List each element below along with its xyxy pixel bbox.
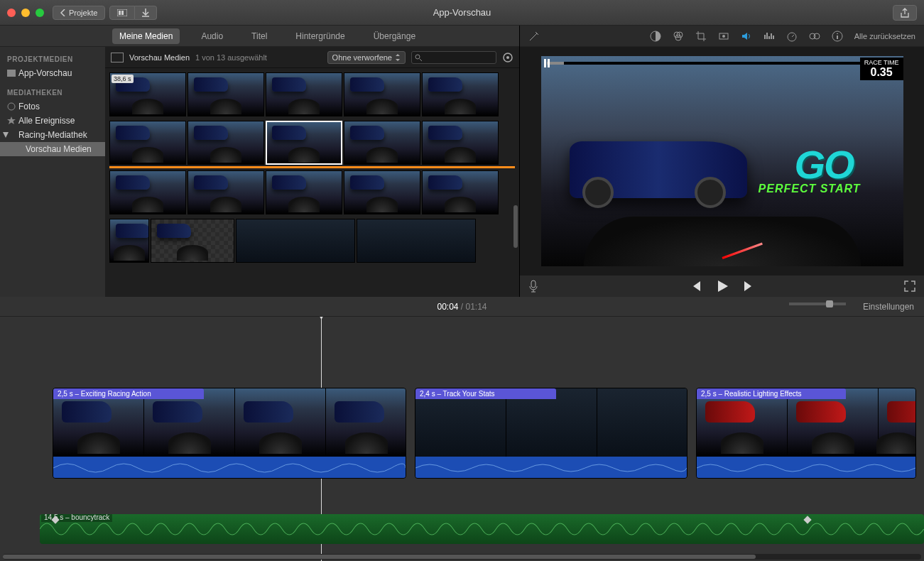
color-correction-icon[interactable] xyxy=(673,31,684,42)
sidebar-toggle-icon[interactable] xyxy=(111,53,124,62)
sidebar-event-selected[interactable]: Vorschau Medien xyxy=(0,142,105,156)
import-button[interactable] xyxy=(135,6,157,20)
filter-dropdown[interactable]: Ohne verworfene xyxy=(327,51,406,64)
timeline-header: 00:04 / 01:14 Einstellungen xyxy=(0,297,924,317)
video-clip[interactable]: 2,5 s – Exciting Racing Action xyxy=(53,388,406,479)
media-thumb-selected[interactable] xyxy=(266,121,342,165)
voiceover-mic-icon[interactable] xyxy=(528,280,538,293)
svg-point-7 xyxy=(506,56,509,59)
media-thumb-stats[interactable] xyxy=(357,219,476,263)
fullscreen-window-button[interactable] xyxy=(36,9,44,17)
audio-track: 14,5 s – bouncytrack xyxy=(40,506,924,547)
media-thumb[interactable] xyxy=(344,121,420,165)
video-track: 2,5 s – Exciting Racing Action 2,4 s – T… xyxy=(53,371,917,484)
sidebar-all-events[interactable]: Alle Ereignisse xyxy=(0,114,105,128)
prev-button[interactable] xyxy=(690,281,702,291)
tab-my-media[interactable]: Meine Medien xyxy=(112,28,180,44)
media-thumb[interactable] xyxy=(344,72,420,116)
color-balance-icon[interactable] xyxy=(650,31,661,42)
svg-rect-18 xyxy=(531,280,536,288)
volume-icon[interactable] xyxy=(741,31,752,42)
vertical-scrollbar[interactable] xyxy=(513,205,518,248)
tab-transitions[interactable]: Übergänge xyxy=(366,28,423,44)
updown-icon xyxy=(395,54,401,61)
tab-titles[interactable]: Titel xyxy=(244,28,274,44)
window-title: App-Vorschau xyxy=(433,7,491,18)
title-overlay-chip[interactable]: 2,4 s – Track Your Stats xyxy=(415,388,556,399)
media-browser: Vorschau Medien 1 von 13 ausgewählt Ohne… xyxy=(105,47,519,297)
media-thumb[interactable] xyxy=(422,170,499,214)
clip-audio-waveform xyxy=(415,457,687,479)
chevron-left-icon xyxy=(60,9,66,16)
horizontal-scrollbar[interactable] xyxy=(3,554,921,560)
minimize-window-button[interactable] xyxy=(21,9,30,17)
share-button[interactable] xyxy=(893,5,917,21)
sidebar-photos[interactable]: Fotos xyxy=(0,99,105,114)
titlebar: Projekte App-Vorschau xyxy=(0,0,924,26)
sidebar-library[interactable]: Racing-Mediathek xyxy=(0,128,105,142)
pause-indicator-icon xyxy=(544,59,553,67)
video-viewer[interactable]: RACE TIME 0.35 GO PERFECT START xyxy=(520,47,924,276)
gear-icon[interactable] xyxy=(502,52,513,63)
race-time-hud: RACE TIME 0.35 xyxy=(860,58,903,80)
sidebar-project-item[interactable]: App-Vorschau xyxy=(0,66,105,80)
media-thumb[interactable] xyxy=(266,72,342,116)
title-overlay-chip[interactable]: 2,5 s – Realistic Lighting Effects xyxy=(697,388,846,399)
media-thumb-stats[interactable] xyxy=(236,219,355,263)
viewer-panel: Alle zurücksetzen RACE TIME 0.35 GO PERF… xyxy=(520,26,924,297)
filmstrip-view-button[interactable] xyxy=(109,6,135,20)
media-thumb[interactable] xyxy=(187,170,264,214)
video-clip[interactable]: 2,4 s – Track Your Stats xyxy=(415,388,687,479)
browser-header: Vorschau Medien 1 von 13 ausgewählt Ohne… xyxy=(105,47,519,68)
timeline-settings-button[interactable]: Einstellungen xyxy=(863,302,924,312)
svg-point-5 xyxy=(415,55,420,59)
info-icon[interactable] xyxy=(832,31,843,42)
timeline-timecode: 00:04 / 01:14 xyxy=(437,302,487,312)
stabilize-icon[interactable] xyxy=(718,31,729,42)
video-frame: RACE TIME 0.35 GO PERFECT START xyxy=(541,56,903,266)
media-thumb[interactable] xyxy=(187,72,264,116)
crop-icon[interactable] xyxy=(695,31,707,42)
media-thumb[interactable] xyxy=(109,121,186,165)
media-thumb[interactable] xyxy=(422,121,499,165)
speed-icon[interactable] xyxy=(786,31,798,42)
search-field[interactable] xyxy=(411,51,496,64)
title-overlay-chip[interactable]: 2,5 s – Exciting Racing Action xyxy=(53,388,204,399)
media-thumb[interactable] xyxy=(109,219,149,263)
traffic-lights xyxy=(7,9,44,17)
tab-audio[interactable]: Audio xyxy=(194,28,230,44)
go-text: GO xyxy=(794,141,853,187)
tab-backgrounds[interactable]: Hintergründe xyxy=(288,28,352,44)
effects-icon[interactable] xyxy=(809,31,820,42)
viewer-scrubber[interactable] xyxy=(547,62,898,65)
view-mode-group xyxy=(109,6,157,20)
duration-badge: 38,6 s xyxy=(112,75,134,83)
media-thumb[interactable]: 38,6 s xyxy=(109,72,186,116)
media-thumb[interactable] xyxy=(266,170,342,214)
star-icon xyxy=(7,116,16,125)
sidebar: Projektmedien App-Vorschau MEDIATHEKEN F… xyxy=(0,47,105,297)
timeline-body[interactable]: 2,5 s – Exciting Racing Action 2,4 s – T… xyxy=(0,317,924,561)
media-thumb[interactable] xyxy=(344,170,420,214)
dashboard-graphic xyxy=(584,217,861,266)
next-button[interactable] xyxy=(743,281,754,291)
media-thumb[interactable] xyxy=(109,170,186,214)
sidebar-heading-libraries: MEDIATHEKEN xyxy=(0,86,105,99)
close-window-button[interactable] xyxy=(7,9,16,17)
play-button[interactable] xyxy=(716,280,729,293)
video-clip[interactable]: 2,5 s – Realistic Lighting Effects xyxy=(696,388,916,479)
search-icon xyxy=(415,54,422,61)
zoom-slider[interactable] xyxy=(789,303,846,305)
media-thumb[interactable] xyxy=(422,72,499,116)
back-to-projects-button[interactable]: Projekte xyxy=(53,6,105,20)
audio-clip[interactable]: 14,5 s – bouncytrack xyxy=(40,514,924,544)
noise-reduction-icon[interactable] xyxy=(763,31,775,42)
thumbnail-grid: 38,6 s xyxy=(105,68,519,297)
back-label: Projekte xyxy=(69,9,97,17)
fullscreen-icon[interactable] xyxy=(904,280,915,292)
reset-all-link[interactable]: Alle zurücksetzen xyxy=(854,32,915,40)
magic-wand-icon[interactable] xyxy=(528,31,540,42)
media-thumb[interactable] xyxy=(151,219,234,263)
media-thumb[interactable] xyxy=(187,121,264,165)
share-icon xyxy=(901,8,909,18)
